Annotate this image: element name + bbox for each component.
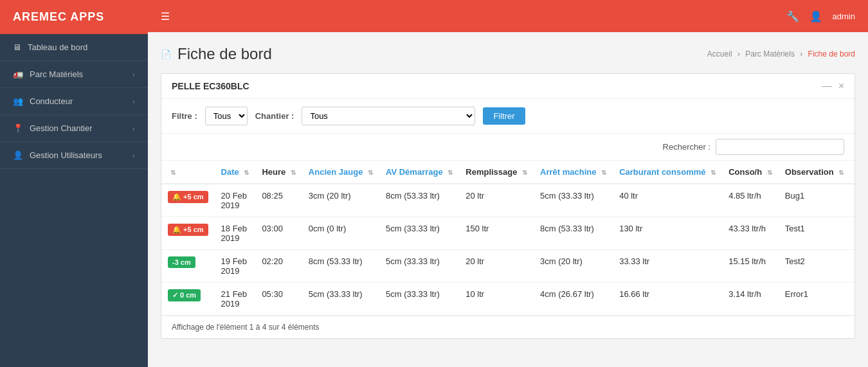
- col-heure[interactable]: Heure ⇅: [255, 161, 302, 184]
- cell-badge: 🔔 +5 cm: [161, 217, 215, 250]
- cell-observation: Test1: [779, 217, 850, 250]
- app-logo: AREMEC APPS: [0, 0, 148, 34]
- cell-badge: 🔔 +5 cm: [161, 184, 215, 217]
- cell-conso-h: 15.15 ltr/h: [722, 250, 779, 283]
- cell-actions: ⤢ Voirdétail: [850, 184, 854, 217]
- col-actions: Actions: [850, 161, 854, 184]
- cell-heure: 05:30: [255, 283, 302, 316]
- sidebar-item-label: Tableau de bord: [28, 42, 87, 52]
- sidebar-item-gestion-utilisateurs[interactable]: 👤 Gestion Utilisateurs ‹: [0, 142, 148, 169]
- chevron-icon: ‹: [132, 152, 135, 159]
- badge: ✓ 0 cm: [168, 289, 201, 301]
- breadcrumb-sep2: ›: [800, 49, 802, 58]
- data-table: ⇅ Date ⇅ Heure ⇅ Ancien Jauge: [161, 161, 854, 316]
- location-icon: 📍: [13, 123, 23, 133]
- sort-icon: ⇅: [838, 169, 844, 176]
- search-label: Rechercher :: [663, 142, 710, 152]
- col-arret-machine[interactable]: Arrêt machine ⇅: [534, 161, 613, 184]
- cell-heure: 08:25: [255, 184, 302, 217]
- cell-heure: 03:00: [255, 217, 302, 250]
- sort-icon: ⇅: [291, 169, 296, 176]
- hamburger-icon[interactable]: ☰: [161, 10, 170, 22]
- cell-remplissage: 150 ltr: [459, 217, 534, 250]
- cell-observation: Test2: [779, 250, 850, 283]
- chantier-select[interactable]: Tous: [302, 107, 475, 125]
- breadcrumb-sep1: ›: [737, 49, 740, 58]
- cell-heure: 02:20: [255, 250, 302, 283]
- breadcrumb-parc[interactable]: Parc Matériels: [745, 49, 795, 58]
- cell-av-demarrage: 5cm (33.33 ltr): [379, 283, 459, 316]
- cell-remplissage: 20 ltr: [459, 250, 534, 283]
- sidebar-item-conducteur[interactable]: 👥 Conducteur ‹: [0, 88, 148, 115]
- monitor-icon: 🖥: [13, 42, 21, 52]
- sidebar-item-label: Gestion Chantier: [30, 123, 93, 133]
- breadcrumb-accueil[interactable]: Accueil: [707, 49, 732, 58]
- badge: 🔔 +5 cm: [168, 224, 208, 236]
- sort-icon[interactable]: ⇅: [170, 169, 176, 176]
- cell-arret-machine: 8cm (53.33 ltr): [534, 217, 613, 250]
- filter-row: Filtre : Tous Chantier : Tous Filtrer: [161, 99, 854, 134]
- cell-av-demarrage: 8cm (53.33 ltr): [379, 184, 459, 217]
- table-row: -3 cm 19 Feb 2019 02:20 8cm (53.33 ltr) …: [161, 250, 854, 283]
- card-controls: — ×: [822, 80, 844, 92]
- truck-icon: 🚛: [13, 69, 23, 79]
- sidebar-item-gestion-chantier[interactable]: 📍 Gestion Chantier ‹: [0, 115, 148, 142]
- table-row: ✓ 0 cm 21 Feb 2019 05:30 5cm (33.33 ltr)…: [161, 283, 854, 316]
- cell-carburant-consomme: 16.66 ltr: [613, 283, 722, 316]
- sidebar-item-parc-materiels[interactable]: 🚛 Parc Matériels ‹: [0, 61, 148, 88]
- main-wrapper: ☰ 🔧 👤 admin 📄 Fiche de bord Accueil › Pa…: [148, 0, 868, 367]
- table-wrapper: ⇅ Date ⇅ Heure ⇅ Ancien Jauge: [161, 161, 854, 316]
- sort-icon: ⇅: [244, 169, 249, 176]
- admin-label: admin: [833, 12, 855, 21]
- cell-date: 18 Feb 2019: [215, 217, 256, 250]
- sidebar-item-tableau-de-bord[interactable]: 🖥 Tableau de bord: [0, 34, 148, 61]
- cell-conso-h: 43.33 ltr/h: [722, 217, 779, 250]
- wrench-icon[interactable]: 🔧: [786, 10, 799, 22]
- page-header: 📄 Fiche de bord Accueil › Parc Matériels…: [161, 45, 855, 63]
- cell-conso-h: 4.85 ltr/h: [722, 184, 779, 217]
- cell-date: 21 Feb 2019: [215, 283, 256, 316]
- col-remplissage[interactable]: Remplissage ⇅: [459, 161, 534, 184]
- cell-badge: -3 cm: [161, 250, 215, 283]
- chevron-icon: ‹: [132, 98, 135, 105]
- card: PELLE EC360BLC — × Filtre : Tous Chantie…: [161, 73, 855, 339]
- cell-actions: ⤢ Voirdétail: [850, 283, 854, 316]
- filtre-select[interactable]: Tous: [205, 107, 248, 125]
- col-ancien-jauge[interactable]: Ancien Jauge ⇅: [302, 161, 379, 184]
- table-header-row: ⇅ Date ⇅ Heure ⇅ Ancien Jauge: [161, 161, 854, 184]
- col-date[interactable]: Date ⇅: [215, 161, 256, 184]
- search-input[interactable]: [716, 139, 844, 155]
- cell-ancien-jauge: 0cm (0 ltr): [302, 217, 379, 250]
- sidebar: AREMEC APPS 🖥 Tableau de bord 🚛 Parc Mat…: [0, 0, 148, 367]
- cell-carburant-consomme: 33.33 ltr: [613, 250, 722, 283]
- table-row: 🔔 +5 cm 18 Feb 2019 03:00 0cm (0 ltr) 5c…: [161, 217, 854, 250]
- cell-carburant-consomme: 130 ltr: [613, 217, 722, 250]
- cell-date: 20 Feb 2019: [215, 184, 256, 217]
- sidebar-item-label: Gestion Utilisateurs: [30, 150, 102, 160]
- col-conso-h[interactable]: Conso/h ⇅: [722, 161, 779, 184]
- page-title: Fiche de bord: [177, 45, 272, 63]
- col-carburant-consomme[interactable]: Carburant consommé ⇅: [613, 161, 722, 184]
- cell-ancien-jauge: 5cm (33.33 ltr): [302, 283, 379, 316]
- admin-icon: 👤: [809, 10, 822, 22]
- cell-conso-h: 3.14 ltr/h: [722, 283, 779, 316]
- sort-icon: ⇅: [368, 169, 373, 176]
- sort-icon: ⇅: [448, 169, 453, 176]
- breadcrumb-current: Fiche de bord: [808, 49, 855, 58]
- content: 📄 Fiche de bord Accueil › Parc Matériels…: [148, 32, 868, 367]
- cell-date: 19 Feb 2019: [215, 250, 256, 283]
- close-button[interactable]: ×: [838, 80, 844, 92]
- filtre-label: Filtre :: [172, 111, 197, 121]
- badge: 🔔 +5 cm: [168, 191, 208, 203]
- cell-observation: Error1: [779, 283, 850, 316]
- chevron-icon: ‹: [132, 71, 135, 78]
- filter-button[interactable]: Filtrer: [483, 107, 525, 125]
- table-row: 🔔 +5 cm 20 Feb 2019 08:25 3cm (20 ltr) 8…: [161, 184, 854, 217]
- breadcrumb: Accueil › Parc Matériels › Fiche de bord: [707, 49, 855, 58]
- cell-remplissage: 20 ltr: [459, 184, 534, 217]
- cell-ancien-jauge: 8cm (53.33 ltr): [302, 250, 379, 283]
- col-av-demarrage[interactable]: AV Démarrage ⇅: [379, 161, 459, 184]
- minimize-button[interactable]: —: [822, 80, 832, 92]
- cell-av-demarrage: 5cm (33.33 ltr): [379, 217, 459, 250]
- col-observation[interactable]: Observation ⇅: [779, 161, 850, 184]
